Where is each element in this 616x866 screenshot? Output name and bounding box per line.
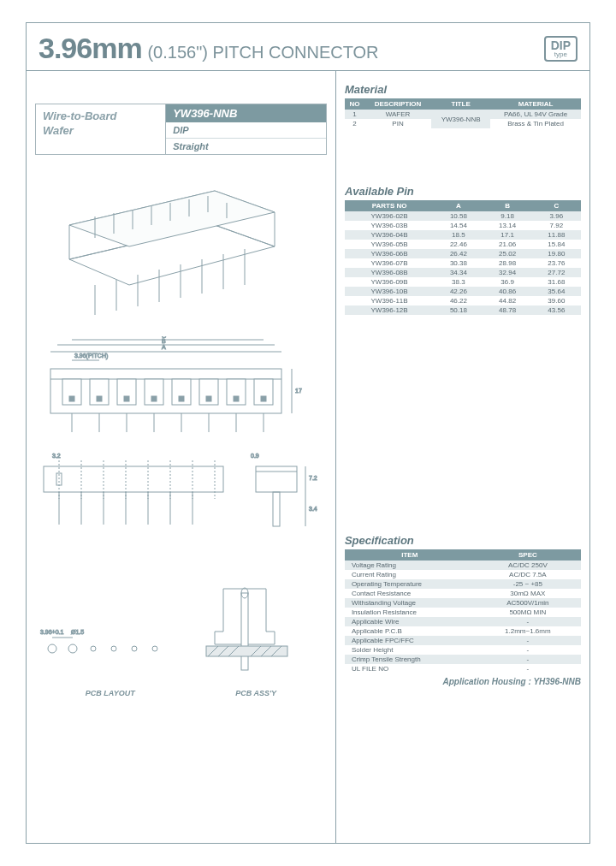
svg-rect-29 (151, 396, 157, 401)
svg-text:17: 17 (295, 388, 302, 394)
pins-table: PARTS NOABC YW396-02B10.589.183.96 YW396… (345, 200, 581, 315)
part-number: YW396-NNB (166, 104, 326, 122)
svg-rect-33 (206, 396, 211, 401)
pcb-drawing: 3.96+0.1 Ø1.5 (35, 567, 326, 687)
ident-type2: Wafer (43, 124, 158, 139)
svg-text:B: B (162, 338, 166, 344)
top-side-drawing: 3.2 (35, 448, 326, 567)
title-inch: (0.156") (147, 43, 207, 62)
dip-badge: DIP type (544, 36, 578, 62)
badge-sub: type (551, 51, 571, 58)
svg-text:Ø1.5: Ø1.5 (71, 629, 84, 635)
app-housing: Application Housing : YH396-NNB (345, 677, 581, 686)
spec-title: Specification (345, 534, 581, 547)
spec-table: ITEMSPEC Voltage RatingAC/DC 250V Curren… (345, 549, 581, 673)
ident-sub2: Straight (166, 139, 326, 154)
svg-text:3.96+0.1: 3.96+0.1 (40, 629, 64, 635)
svg-rect-25 (97, 396, 102, 401)
ident-type1: Wire-to-Board (43, 110, 158, 124)
ident-sub1: DIP (166, 122, 326, 139)
svg-rect-20 (50, 369, 281, 413)
svg-text:3.4: 3.4 (309, 506, 317, 512)
pins-title: Available Pin (345, 185, 581, 198)
svg-rect-27 (124, 396, 129, 401)
svg-point-82 (48, 644, 56, 653)
svg-text:0.9: 0.9 (251, 453, 259, 459)
pcb-assy-label: PCB ASS'Y (235, 689, 276, 697)
svg-rect-31 (179, 396, 184, 401)
drawings: 3.96(PITCH) A B C 17 (35, 165, 327, 713)
svg-point-84 (91, 646, 96, 651)
svg-point-86 (132, 646, 137, 651)
pcb-layout-label: PCB LAYOUT (86, 689, 135, 697)
svg-rect-37 (261, 396, 266, 401)
svg-rect-92 (241, 593, 248, 670)
material-title: Material (345, 83, 581, 96)
material-table: NO DESCRIPTION TITLE MATERIAL 1WAFERYW39… (345, 98, 581, 128)
svg-rect-74 (256, 466, 297, 492)
iso-drawing (35, 165, 309, 336)
svg-text:7.2: 7.2 (309, 475, 317, 481)
ident-box: Wire-to-Board Wafer YW396-NNB DIP Straig… (35, 104, 327, 155)
svg-rect-76 (273, 492, 280, 526)
header: 3.96mm (0.156") PITCH CONNECTOR DIP type (27, 23, 589, 71)
title-size: 3.96mm (38, 32, 142, 65)
svg-text:C: C (162, 336, 166, 339)
title-label: PITCH CONNECTOR (212, 43, 378, 62)
svg-rect-94 (206, 646, 287, 656)
svg-text:3.96(PITCH): 3.96(PITCH) (74, 353, 108, 359)
svg-rect-56 (44, 466, 223, 492)
svg-text:3.2: 3.2 (52, 453, 61, 459)
svg-point-87 (152, 646, 157, 651)
svg-point-83 (68, 644, 77, 653)
front-drawing: 3.96(PITCH) A B C 17 (35, 336, 317, 448)
svg-rect-23 (69, 396, 74, 401)
title: 3.96mm (0.156") PITCH CONNECTOR (38, 32, 379, 65)
svg-rect-35 (234, 396, 239, 401)
svg-point-85 (111, 646, 116, 651)
